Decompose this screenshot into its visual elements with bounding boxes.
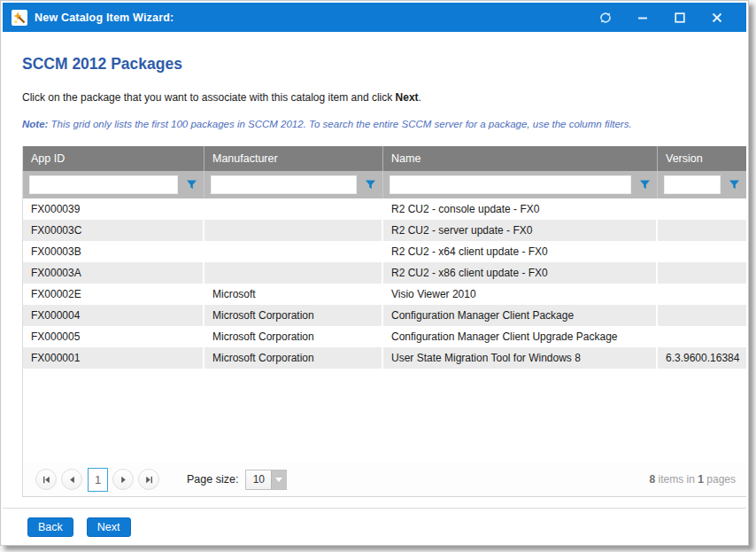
grid-pager: 1 Page size: 10 8 items in 1 pages [23, 463, 746, 496]
minimize-icon[interactable] [633, 8, 652, 27]
grid-empty-area [23, 369, 746, 463]
note-body: This grid only lists the first 100 packa… [48, 119, 631, 129]
title-bar: New Catalog Item Wizard: [3, 3, 746, 32]
manufacturer-funnel-icon[interactable] [365, 179, 377, 191]
instruction-next-emphasis: Next [396, 91, 419, 104]
back-button[interactable]: Back [27, 517, 73, 537]
pages-suffix: pages [704, 473, 736, 486]
instruction-suffix: . [419, 91, 421, 104]
dropdown-arrow-icon[interactable] [271, 470, 286, 489]
cell-app-id: FX00003B [23, 241, 204, 262]
cell-name: User State Migration Tool for Windows 8 [383, 347, 658, 369]
app-id-funnel-icon[interactable] [186, 179, 198, 191]
window-controls [596, 8, 737, 27]
cell-version [658, 262, 746, 284]
table-row[interactable]: FX00003C R2 CU2 - server update - FX0 [23, 220, 746, 241]
wizard-wand-icon [12, 10, 27, 26]
cell-manufacturer: Microsoft Corporation [204, 326, 383, 347]
cell-name: R2 CU2 - server update - FX0 [383, 220, 658, 241]
version-filter-input[interactable] [664, 175, 721, 194]
cell-app-id: FX00002E [23, 284, 204, 305]
next-page-icon[interactable] [112, 469, 134, 490]
column-header-manufacturer[interactable]: Manufacturer [204, 146, 383, 171]
cell-app-id: FX000004 [23, 305, 204, 326]
cell-manufacturer: Microsoft Corporation [204, 305, 383, 326]
cell-manufacturer: Microsoft [204, 284, 383, 305]
filter-cell-version [658, 171, 746, 198]
cell-manufacturer [204, 262, 383, 284]
filter-cell-manufacturer [204, 171, 383, 198]
next-button[interactable]: Next [87, 517, 131, 537]
table-row[interactable]: FX00003A R2 CU2 - x86 client update - FX… [23, 262, 746, 284]
table-row[interactable]: FX00002E Microsoft Visio Viewer 2010 [23, 284, 746, 305]
cell-manufacturer: Microsoft Corporation [204, 347, 383, 369]
table-row[interactable]: FX000001 Microsoft Corporation User Stat… [23, 347, 746, 369]
app-id-filter-input[interactable] [29, 175, 178, 194]
page-size-value: 10 [246, 470, 271, 489]
cell-manufacturer [204, 241, 383, 262]
instruction-text: Click on the package that you want to as… [22, 91, 746, 104]
cell-version [658, 241, 746, 262]
cell-name: Configuration Manager Client Upgrade Pac… [383, 326, 658, 347]
window-title: New Catalog Item Wizard: [35, 12, 174, 24]
wizard-content: SCCM 2012 Packages Click on the package … [3, 32, 746, 544]
packages-grid: App ID Manufacturer Name Version [22, 146, 746, 497]
close-icon[interactable] [707, 8, 727, 27]
cell-name: R2 CU2 - x86 client update - FX0 [383, 262, 658, 284]
manufacturer-filter-input[interactable] [211, 175, 357, 194]
wizard-footer: Back Next [27, 517, 746, 537]
table-row[interactable]: FX00003B R2 CU2 - x64 client update - FX… [23, 241, 746, 262]
cell-app-id: FX000005 [23, 326, 204, 347]
page-title: SCCM 2012 Packages [22, 55, 746, 74]
cell-version [658, 284, 746, 305]
version-funnel-icon[interactable] [729, 179, 741, 191]
footer-divider [3, 508, 746, 509]
page-size-control: Page size: 10 [187, 470, 287, 490]
name-funnel-icon[interactable] [639, 179, 652, 191]
cell-version: 6.3.9600.16384 [658, 347, 746, 369]
pages-count: 1 [698, 473, 704, 486]
cell-name: Visio Viewer 2010 [383, 284, 658, 305]
maximize-icon[interactable] [670, 8, 690, 27]
refresh-icon[interactable] [596, 8, 615, 27]
table-row[interactable]: FX000039 R2 CU2 - console update - FX0 [23, 198, 746, 220]
cell-app-id: FX000001 [23, 347, 204, 369]
page-size-label: Page size: [187, 473, 238, 486]
column-header-app-id[interactable]: App ID [23, 146, 204, 171]
cell-name: Configuration Manager Client Package [383, 305, 658, 326]
cell-manufacturer [204, 220, 383, 241]
note-label: Note: [22, 119, 48, 129]
filter-cell-name [383, 171, 658, 198]
cell-version [658, 220, 746, 241]
cell-version [658, 198, 746, 220]
table-row[interactable]: FX000004 Microsoft Corporation Configura… [23, 305, 746, 326]
column-header-version[interactable]: Version [658, 146, 746, 171]
current-page-indicator[interactable]: 1 [88, 468, 108, 492]
cell-manufacturer [204, 198, 383, 220]
column-header-name[interactable]: Name [383, 146, 658, 171]
cell-app-id: FX000039 [23, 198, 204, 220]
grid-body: FX000039 R2 CU2 - console update - FX0 F… [23, 198, 746, 369]
filter-cell-app-id [23, 171, 204, 198]
grid-filter-row [23, 171, 746, 198]
pager-status: 8 items in 1 pages [650, 473, 736, 486]
note-text: Note: This grid only lists the first 100… [22, 119, 746, 129]
name-filter-input[interactable] [390, 175, 631, 194]
cell-name: R2 CU2 - console update - FX0 [383, 198, 658, 220]
cell-name: R2 CU2 - x64 client update - FX0 [383, 241, 658, 262]
first-page-icon[interactable] [35, 469, 57, 490]
cell-version [658, 305, 746, 326]
page-size-dropdown[interactable]: 10 [245, 470, 287, 490]
instruction-prefix: Click on the package that you want to as… [22, 91, 396, 104]
items-infix: items in [655, 473, 698, 486]
cell-app-id: FX00003C [23, 220, 204, 241]
cell-version [658, 326, 746, 347]
last-page-icon[interactable] [138, 469, 159, 490]
table-row[interactable]: FX000005 Microsoft Corporation Configura… [23, 326, 746, 347]
cell-app-id: FX00003A [23, 262, 204, 284]
prev-page-icon[interactable] [61, 469, 82, 490]
grid-header-row: App ID Manufacturer Name Version [23, 146, 746, 171]
wizard-window: New Catalog Item Wizard: [0, 0, 749, 546]
